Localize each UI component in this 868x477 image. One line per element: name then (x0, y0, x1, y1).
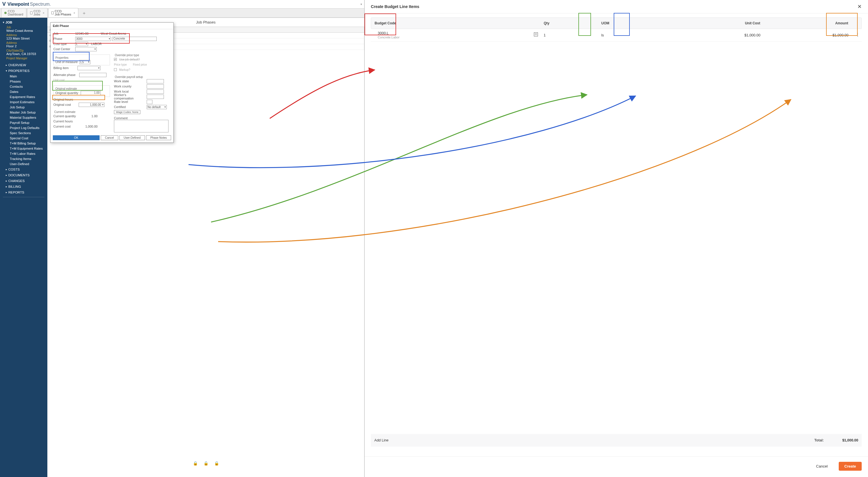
costtype-select[interactable]: L (75, 42, 88, 46)
uom-cell[interactable]: ls (598, 33, 665, 37)
phase-desc-input[interactable]: Concrete (112, 37, 157, 41)
label: Certified (114, 105, 146, 109)
sidebar-item[interactable]: T+M Billing Setup (0, 141, 48, 146)
sidebar-item[interactable]: Contacts (0, 84, 48, 89)
markup-checkbox[interactable] (114, 68, 117, 71)
worklocal-input[interactable] (147, 90, 164, 94)
origqty-input[interactable]: 1.00 (81, 91, 101, 95)
budget-desc: Concrete.Labor (378, 36, 533, 39)
comment-input[interactable] (114, 120, 168, 132)
brand-name: Viewpoint (7, 2, 29, 7)
label: Price type (114, 63, 132, 66)
phasenotes-button[interactable]: Phase Notes (146, 135, 171, 140)
label: Work local (114, 90, 146, 93)
label: Work county (114, 84, 146, 88)
note-icon[interactable] (534, 32, 538, 36)
ratelevel-input[interactable] (147, 100, 152, 104)
tab-job-phases[interactable]: CCD Job Phases × (48, 8, 79, 18)
label: Markup? (119, 68, 130, 71)
sidebar-documents[interactable]: ▸DOCUMENTS (0, 172, 48, 178)
add-line-button[interactable]: Add Line (374, 438, 389, 442)
budget-code: 3000.L (378, 31, 533, 35)
workstate-input[interactable] (147, 79, 164, 83)
tab-subtitle: Dashboard (8, 13, 23, 16)
label: Current cost (53, 125, 79, 128)
close-icon[interactable]: × (43, 11, 44, 14)
unitcost-cell[interactable]: $1,000.00 (665, 33, 764, 37)
altphase-input[interactable] (79, 73, 106, 77)
sidebar-item[interactable]: Payroll Setup (0, 120, 48, 125)
value: West Coast Arena (101, 32, 126, 35)
table-row[interactable]: 3000.L Concrete.Labor 1 ls $1,000.00 $1,… (371, 29, 862, 41)
sidebar-costs[interactable]: ▸COSTS (0, 167, 48, 172)
table-header: Budget Code Qty UOM Unit Cost Amount (371, 18, 862, 29)
certified-select[interactable]: No default (147, 105, 167, 109)
sidebar-changes[interactable]: ▸CHANGES (0, 178, 48, 184)
sidebar-properties[interactable]: ▾PROPERTIES (0, 68, 48, 74)
value: Fixed price (133, 63, 147, 66)
use-default-checkbox[interactable] (114, 58, 117, 61)
sidebar-item[interactable]: Spec Sections (0, 130, 48, 136)
sidebar-item[interactable]: Tracking Items (0, 156, 48, 161)
sidebar-reports[interactable]: ▸REPORTS (0, 190, 48, 195)
doc-icon (30, 11, 32, 14)
label: Current quantity (53, 114, 79, 118)
content-area: Job Phases arch code 12345-00 West Coast… (48, 18, 364, 477)
value: 1,000.00 (81, 125, 98, 128)
workcounty-input[interactable] (147, 84, 164, 89)
sidebar-item[interactable]: User-Defined (0, 161, 48, 167)
brand-suffix: Spectrum. (30, 2, 51, 7)
sidebar-item[interactable]: Job Setup (0, 105, 48, 110)
sidebar-item[interactable]: T+M Labor Rates (0, 151, 48, 156)
billing-select[interactable] (78, 66, 100, 70)
value: 1.00 (81, 114, 98, 118)
col-header: UOM (598, 21, 665, 25)
kv-label: Address (0, 33, 48, 37)
col-header: Budget Code (371, 21, 540, 25)
lock-icon: 🔒 (214, 461, 219, 466)
panel-title: Create Budget Line Items (371, 4, 420, 9)
kv-label: Project Manager (0, 56, 48, 60)
tab-dashboard[interactable]: CCD Dashboard (1, 8, 26, 18)
costcenter-select[interactable] (75, 47, 97, 51)
tab-jobs[interactable]: CCD Jobs × (27, 8, 48, 18)
brand-bar: V Viewpoint Spectrum. ▾ (0, 0, 364, 9)
ok-button[interactable]: OK (53, 135, 100, 140)
label: Comment (114, 116, 170, 120)
uom-select[interactable]: LS (80, 60, 90, 64)
create-button[interactable]: Create (839, 462, 862, 471)
sidebar-billing[interactable]: ▸BILLING (0, 184, 48, 190)
close-icon[interactable]: ✕ (857, 4, 862, 9)
sidebar-item[interactable]: Main (0, 74, 48, 79)
sidebar-item[interactable]: Master Job Setup (0, 110, 48, 115)
label: Rate level (114, 100, 146, 103)
sidebar-item[interactable]: Special Cost (0, 136, 48, 141)
more-icon[interactable]: ⋮ (856, 32, 860, 37)
label: Current hours (53, 120, 79, 123)
sidebar-overview[interactable]: ▸OVERVIEW (0, 62, 48, 68)
close-icon[interactable]: × (73, 11, 75, 14)
col-header: Amount (764, 21, 851, 25)
cancel-button[interactable]: Cancel (810, 462, 833, 471)
phase-select[interactable]: 3000 (75, 37, 111, 41)
cancel-button[interactable]: Cancel (101, 135, 118, 140)
kv-value: Floor 2 (0, 44, 48, 48)
sidebar-item[interactable]: Project Log Defaults (0, 125, 48, 130)
sidebar-item[interactable]: Dates (0, 89, 48, 94)
kv-value: West Coast Arena (0, 29, 48, 33)
sidebar-item[interactable]: Equipment Rates (0, 94, 48, 99)
userdefined-button[interactable]: User-Defined (119, 135, 145, 140)
workcomp-input[interactable] (147, 95, 164, 99)
chevron-down-icon[interactable]: ▾ (361, 3, 362, 6)
label: Original quantity (55, 91, 80, 95)
qty-cell[interactable]: 1 (540, 33, 598, 37)
origcost-input[interactable]: 1,000.00 (79, 103, 104, 107)
sidebar-job-header[interactable]: ▾JOB (0, 20, 48, 25)
sidebar-item[interactable]: Phases (0, 79, 48, 84)
sidebar-item[interactable]: Material Suppliers (0, 115, 48, 120)
sidebar-item[interactable]: Import Estimates (0, 99, 48, 105)
wagecodes-button[interactable]: Wage Codes: None (114, 110, 141, 114)
brand-logo-icon: V (2, 1, 6, 7)
sidebar-item[interactable]: T+M Equipment Rates (0, 146, 48, 151)
add-tab-button[interactable]: ＋ (79, 9, 89, 18)
